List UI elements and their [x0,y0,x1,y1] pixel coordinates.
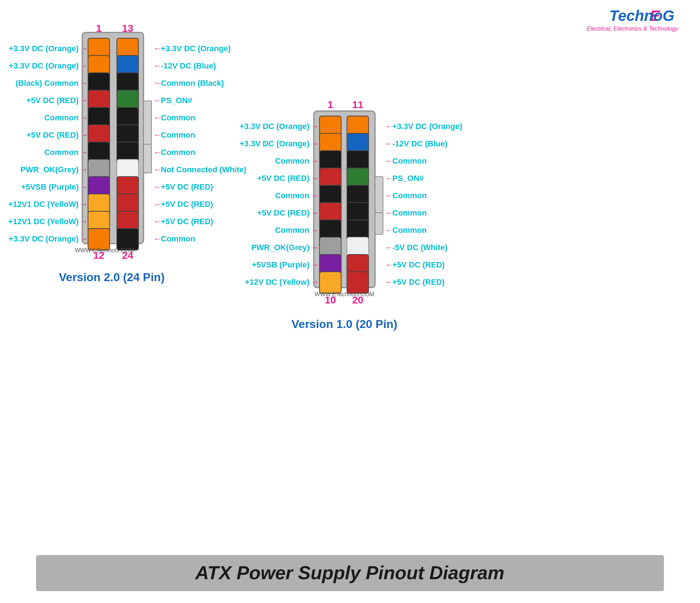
svg-text:←: ← [154,165,162,174]
pin-num-1: 1 [96,23,102,34]
svg-text:→: → [80,148,88,157]
svg-text:←: ← [154,234,162,243]
version-20-label: Version 1.0 (20 Pin) [291,318,397,331]
svg-text:←: ← [385,174,393,183]
svg-text:→: → [80,79,88,88]
label-20-right-2: -12V DC (Blue) [392,139,448,148]
svg-text:←: ← [154,200,162,209]
svg-text:←: ← [385,260,393,269]
label-20-right-1: +3.3V DC (Orange) [392,122,462,131]
svg-rect-56 [375,177,383,213]
label-24-left-7: Common [44,148,79,157]
version-24-label: Version 2.0 (24 Pin) [59,271,164,284]
label-24-right-5: Common [161,113,195,122]
label-20-right-7: Common [392,226,427,235]
svg-rect-67 [320,272,341,293]
label-20-right-3: Common [392,156,427,165]
svg-text:→: → [311,260,319,269]
svg-text:←: ← [385,226,393,235]
label-24-left-12: +3.3V DC (Orange) [9,234,79,243]
svg-text:→: → [80,96,88,105]
label-20-left-5: Common [275,191,309,200]
label-24-right-4: PS_ON# [161,96,192,105]
svg-text:→: → [80,165,88,174]
svg-text:←: ← [385,191,393,200]
label-24-right-10: +5V DC (RED) [161,200,213,209]
label-20-right-10: +5V DC (RED) [392,278,445,287]
svg-text:←: ← [385,243,393,252]
label-24-right-8: Not Connected (White) [161,165,246,174]
watermark-20: WWW.ETechnoG.COM [314,291,374,297]
watermark-24: WWW.ETechnoG.COM [75,247,134,253]
label-20-left-6: +5V DC (RED) [257,208,309,217]
label-24-right-2: -12V DC (Blue) [161,61,216,70]
svg-text:→: → [80,200,88,209]
label-24-right-11: +5V DC (RED) [161,217,213,226]
svg-text:←: ← [154,148,162,157]
svg-text:→: → [80,234,88,243]
label-24-right-1: +3.3V DC (Orange) [161,44,231,53]
svg-text:→: → [311,191,319,200]
svg-text:←: ← [154,217,162,226]
pin-num-11-20: 11 [352,99,363,110]
svg-text:←: ← [385,122,393,131]
label-20-right-8: -5V DC (White) [392,243,448,252]
svg-text:Electrical, Electronics & Tech: Electrical, Electronics & Technology [587,26,678,32]
svg-text:→: → [80,44,88,53]
label-24-right-12: Common [161,234,195,243]
svg-text:←: ← [154,113,162,122]
svg-rect-19 [88,229,110,250]
label-20-left-10: +12V DC (Yellow) [245,278,309,287]
svg-text:→: → [80,182,88,191]
label-20-right-9: +5V DC (RED) [392,260,445,269]
label-20-left-4: +5V DC (RED) [257,174,309,183]
label-20-left-7: Common [275,226,309,235]
svg-text:←: ← [154,130,162,139]
label-24-left-1: +3.3V DC (Orange) [9,44,79,53]
svg-rect-57 [375,213,383,234]
label-20-left-1: +3.3V DC (Orange) [239,122,309,131]
label-24-left-10: +12V1 DC (YelloW) [8,200,79,209]
label-24-left-4: +5V DC (RED) [26,96,79,105]
svg-text:→: → [80,61,88,70]
svg-rect-7 [144,144,151,173]
label-20-right-5: Common [392,191,427,200]
pin-num-1-20: 1 [327,99,333,110]
label-20-right-4: PS_ON# [392,174,424,183]
svg-text:←: ← [154,61,162,70]
svg-rect-6 [144,101,151,144]
arrow-24-right-1: ← [154,44,162,53]
label-20-right-6: Common [392,208,427,217]
label-20-left-2: +3.3V DC (Orange) [239,139,309,148]
label-24-left-11: +12V1 DC (YelloW) [8,217,79,226]
svg-text:←: ← [385,139,393,148]
label-24-left-2: +3.3V DC (Orange) [9,61,79,70]
label-20-left-8: PWR_OK(Grey) [251,243,309,252]
svg-text:→: → [311,243,319,252]
label-24-right-6: Common [161,130,195,139]
svg-text:→: → [311,122,319,131]
svg-rect-77 [347,272,369,293]
svg-text:←: ← [385,278,393,287]
svg-text:→: → [311,208,319,217]
label-24-left-6: +5V DC (RED) [26,130,79,139]
svg-text:TechnoG: TechnoG [609,7,674,24]
svg-text:←: ← [154,79,162,88]
label-24-right-7: Common [161,148,195,157]
svg-text:→: → [311,156,319,165]
svg-text:→: → [311,139,319,148]
svg-text:→: → [311,226,319,235]
svg-text:←: ← [385,156,393,165]
svg-text:→: → [311,278,319,287]
svg-text:→: → [311,174,319,183]
label-24-left-8: PWR_OK(Grey) [21,165,79,174]
svg-text:←: ← [154,96,162,105]
label-20-left-3: Common [275,156,309,165]
label-24-right-3: Common (Black) [161,79,224,88]
pin-num-13: 13 [122,23,133,34]
svg-text:→: → [80,130,88,139]
svg-text:←: ← [154,182,162,191]
label-24-right-9: +5V DC (RED) [161,182,213,191]
svg-rect-31 [117,229,138,250]
svg-text:→: → [80,217,88,226]
